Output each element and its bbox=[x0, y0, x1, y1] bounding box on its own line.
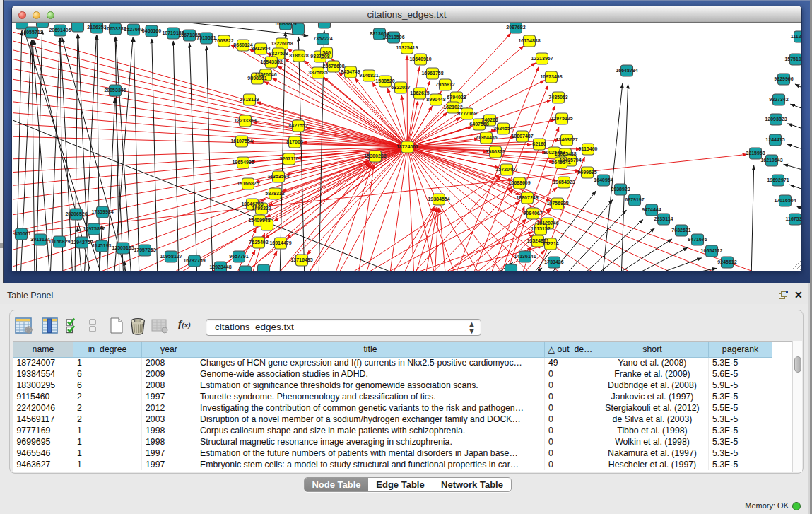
svg-text:21364436: 21364436 bbox=[475, 135, 497, 140]
svg-text:1615152: 1615152 bbox=[531, 226, 550, 231]
svg-text:6497568: 6497568 bbox=[469, 122, 488, 127]
svg-text:16120746: 16120746 bbox=[536, 221, 558, 226]
svg-text:10958127: 10958127 bbox=[160, 254, 182, 259]
svg-text:8454749: 8454749 bbox=[341, 69, 360, 74]
svg-text:14136141: 14136141 bbox=[514, 254, 536, 259]
svg-text:1640954: 1640954 bbox=[594, 177, 613, 182]
svg-text:8427552: 8427552 bbox=[288, 123, 307, 128]
svg-text:1145193: 1145193 bbox=[93, 243, 112, 248]
svg-text:1588520: 1588520 bbox=[375, 78, 394, 83]
svg-text:746266: 746266 bbox=[481, 117, 498, 122]
svg-text:8912954: 8912954 bbox=[251, 46, 270, 51]
svg-text:13463627: 13463627 bbox=[555, 137, 577, 142]
svg-text:1527602: 1527602 bbox=[124, 27, 143, 32]
svg-text:252214: 252214 bbox=[542, 241, 558, 246]
svg-text:20206526: 20206526 bbox=[65, 211, 87, 216]
svg-text:12093823: 12093823 bbox=[765, 117, 787, 122]
svg-text:8990448: 8990448 bbox=[426, 97, 445, 102]
svg-text:15300233: 15300233 bbox=[364, 153, 386, 158]
svg-text:817006: 817006 bbox=[286, 139, 302, 144]
svg-text:9657791: 9657791 bbox=[229, 254, 248, 259]
svg-text:7986322: 7986322 bbox=[486, 149, 505, 154]
svg-text:19218506: 19218506 bbox=[382, 35, 404, 40]
svg-text:14055712: 14055712 bbox=[20, 30, 42, 35]
svg-text:16782759: 16782759 bbox=[183, 258, 205, 263]
svg-text:19654923: 19654923 bbox=[553, 180, 575, 185]
svg-text:15409948: 15409948 bbox=[248, 218, 270, 223]
svg-text:2649141: 2649141 bbox=[551, 160, 570, 165]
svg-text:1167533: 1167533 bbox=[786, 216, 801, 221]
svg-text:6794028: 6794028 bbox=[447, 95, 466, 100]
svg-text:19692971: 19692971 bbox=[767, 177, 789, 182]
svg-text:17016504: 17016504 bbox=[774, 198, 796, 203]
svg-text:11156829: 11156829 bbox=[49, 239, 70, 244]
svg-text:3875685: 3875685 bbox=[308, 70, 327, 75]
svg-text:10025438: 10025438 bbox=[554, 151, 576, 156]
svg-text:9327503: 9327503 bbox=[269, 51, 288, 56]
svg-text:1498222: 1498222 bbox=[252, 206, 271, 211]
svg-text:20691406: 20691406 bbox=[49, 28, 71, 33]
svg-text:9474444: 9474444 bbox=[642, 207, 661, 212]
svg-text:13226058: 13226058 bbox=[271, 41, 293, 46]
svg-text:7955812: 7955812 bbox=[435, 82, 454, 87]
svg-text:10688609: 10688609 bbox=[508, 180, 530, 185]
svg-text:3624554: 3624554 bbox=[493, 126, 512, 131]
svg-text:18640910: 18640910 bbox=[409, 57, 431, 62]
svg-text:9115460: 9115460 bbox=[579, 146, 598, 151]
svg-text:15720407: 15720407 bbox=[495, 167, 517, 172]
svg-text:10973493: 10973493 bbox=[540, 74, 562, 79]
svg-text:6322037: 6322037 bbox=[391, 85, 410, 90]
svg-text:2935114: 2935114 bbox=[654, 216, 673, 221]
svg-text:19384554: 19384554 bbox=[428, 197, 449, 201]
svg-text:10654112: 10654112 bbox=[701, 248, 723, 253]
svg-text:8186328: 8186328 bbox=[289, 53, 308, 58]
svg-text:12975125: 12975125 bbox=[551, 116, 572, 121]
svg-text:18807249: 18807249 bbox=[516, 195, 538, 200]
svg-text:7515521: 7515521 bbox=[196, 35, 216, 40]
svg-text:12923448: 12923448 bbox=[209, 264, 231, 269]
svg-text:1112541: 1112541 bbox=[791, 34, 801, 39]
svg-text:9227342: 9227342 bbox=[769, 97, 788, 102]
svg-text:16210643: 16210643 bbox=[760, 158, 782, 163]
svg-text:9245612: 9245612 bbox=[717, 259, 736, 264]
svg-text:6879197: 6879197 bbox=[625, 197, 644, 202]
svg-text:16914479: 16914479 bbox=[269, 240, 291, 245]
svg-text:17957253: 17957253 bbox=[134, 247, 155, 252]
svg-text:3267110: 3267110 bbox=[280, 156, 299, 161]
svg-text:16543382: 16543382 bbox=[260, 59, 282, 64]
svg-text:15751074: 15751074 bbox=[784, 57, 801, 62]
svg-text:10653287: 10653287 bbox=[104, 26, 126, 31]
svg-text:12505135: 12505135 bbox=[112, 245, 134, 250]
svg-text:7485063: 7485063 bbox=[548, 95, 567, 100]
svg-text:8938923: 8938923 bbox=[611, 187, 630, 192]
svg-text:9146821: 9146821 bbox=[359, 73, 378, 78]
svg-text:12213967: 12213967 bbox=[531, 56, 553, 61]
svg-text:1850061: 1850061 bbox=[13, 231, 31, 236]
svg-text:13716485: 13716485 bbox=[290, 257, 312, 262]
svg-text:7625402: 7625402 bbox=[249, 240, 268, 245]
svg-text:11353594: 11353594 bbox=[268, 174, 290, 179]
svg-text:20053346: 20053346 bbox=[104, 88, 126, 93]
svg-text:1733426: 1733426 bbox=[544, 259, 563, 264]
svg-text:16107554: 16107554 bbox=[230, 139, 252, 144]
svg-text:10756928: 10756928 bbox=[546, 201, 568, 206]
svg-text:6466160: 6466160 bbox=[142, 28, 161, 33]
svg-text:3215958: 3215958 bbox=[746, 151, 765, 156]
svg-text:16033809: 16033809 bbox=[274, 23, 296, 26]
svg-text:12942757: 12942757 bbox=[71, 240, 93, 245]
svg-text:16961758: 16961758 bbox=[421, 71, 443, 76]
svg-text:1362615: 1362615 bbox=[410, 90, 429, 95]
svg-text:19654985: 19654985 bbox=[232, 160, 254, 165]
svg-text:7357224: 7357224 bbox=[313, 36, 332, 41]
svg-text:16154838: 16154838 bbox=[518, 38, 540, 43]
svg-text:11325419: 11325419 bbox=[396, 45, 418, 50]
svg-text:2718129: 2718129 bbox=[240, 97, 259, 102]
svg-text:7663822: 7663822 bbox=[214, 38, 233, 43]
svg-text:9699695: 9699695 bbox=[577, 170, 596, 175]
svg-text:62160: 62160 bbox=[532, 141, 546, 146]
svg-text:7632621: 7632621 bbox=[671, 228, 690, 233]
svg-text:3913124: 3913124 bbox=[30, 237, 49, 242]
svg-text:546: 546 bbox=[322, 50, 331, 55]
svg-text:8471676: 8471676 bbox=[688, 237, 707, 242]
svg-text:12213369: 12213369 bbox=[234, 118, 256, 123]
